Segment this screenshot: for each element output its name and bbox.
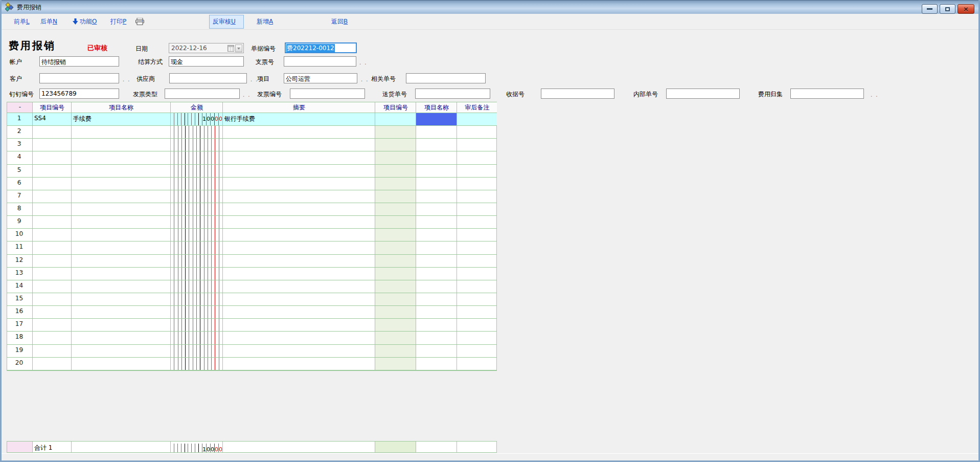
- item-name-cell[interactable]: [72, 229, 171, 241]
- row-number[interactable]: 2: [7, 126, 33, 139]
- row-number[interactable]: 13: [7, 268, 33, 280]
- item-code2-cell[interactable]: [375, 319, 416, 332]
- item-code-cell[interactable]: [33, 229, 72, 241]
- amount-cell[interactable]: [171, 293, 223, 306]
- review-note-cell[interactable]: [457, 293, 497, 306]
- item-code-cell[interactable]: [33, 358, 72, 370]
- item-code-cell[interactable]: [33, 178, 72, 190]
- account-input[interactable]: 待结报销: [39, 56, 119, 67]
- item-name-cell[interactable]: [72, 126, 171, 139]
- row-number[interactable]: 8: [7, 203, 33, 216]
- internal-no-input[interactable]: [666, 89, 740, 99]
- amount-cell[interactable]: [171, 332, 223, 344]
- row-number[interactable]: 6: [7, 178, 33, 190]
- summary-cell[interactable]: [223, 255, 375, 268]
- item-name2-cell[interactable]: [416, 190, 457, 203]
- item-code2-cell[interactable]: [375, 293, 416, 306]
- review-note-cell[interactable]: [457, 229, 497, 241]
- item-code2-cell[interactable]: [375, 165, 416, 178]
- functions-button[interactable]: 功能O: [73, 17, 97, 26]
- amount-cell[interactable]: [171, 241, 223, 254]
- review-note-cell[interactable]: [457, 126, 497, 139]
- review-note-cell[interactable]: [457, 358, 497, 370]
- row-number[interactable]: 5: [7, 165, 33, 178]
- amount-cell[interactable]: [171, 306, 223, 319]
- item-code-cell[interactable]: [33, 151, 72, 164]
- item-name2-cell[interactable]: [416, 126, 457, 139]
- amount-cell[interactable]: [171, 358, 223, 370]
- item-code-cell[interactable]: [33, 268, 72, 280]
- item-name-cell[interactable]: 手续费: [72, 113, 171, 126]
- row-number[interactable]: 20: [7, 358, 33, 370]
- amount-cell[interactable]: [171, 319, 223, 332]
- row-number[interactable]: 3: [7, 139, 33, 151]
- summary-cell[interactable]: [223, 332, 375, 344]
- item-code-cell[interactable]: [33, 255, 72, 268]
- item-name-cell[interactable]: [72, 190, 171, 203]
- summary-cell[interactable]: [223, 268, 375, 280]
- item-name2-cell[interactable]: [416, 165, 457, 178]
- item-name-cell[interactable]: [72, 203, 171, 216]
- item-name2-cell[interactable]: [416, 319, 457, 332]
- item-name-cell[interactable]: [72, 165, 171, 178]
- item-code-cell[interactable]: [33, 293, 72, 306]
- item-code-cell[interactable]: [33, 139, 72, 151]
- item-name2-cell[interactable]: [416, 151, 457, 164]
- return-button[interactable]: 返回B: [331, 17, 348, 26]
- row-number[interactable]: 18: [7, 332, 33, 344]
- item-code2-cell[interactable]: [375, 229, 416, 241]
- item-code-cell[interactable]: [33, 306, 72, 319]
- unaudit-button[interactable]: 反审核U: [213, 17, 236, 26]
- row-number[interactable]: 9: [7, 216, 33, 229]
- summary-cell[interactable]: [223, 306, 375, 319]
- row-number[interactable]: 4: [7, 151, 33, 164]
- item-name2-cell[interactable]: [416, 113, 457, 126]
- item-code2-cell[interactable]: [375, 113, 416, 126]
- item-code2-cell[interactable]: [375, 280, 416, 293]
- summary-cell[interactable]: 银行手续费: [223, 113, 375, 126]
- amount-cell[interactable]: [171, 345, 223, 358]
- dingding-input[interactable]: 123456789: [39, 89, 119, 99]
- item-code2-cell[interactable]: [375, 203, 416, 216]
- invoice-no-input[interactable]: [290, 89, 365, 99]
- review-note-cell[interactable]: [457, 319, 497, 332]
- review-note-cell[interactable]: [457, 306, 497, 319]
- amount-cell[interactable]: [171, 151, 223, 164]
- review-note-cell[interactable]: [457, 255, 497, 268]
- item-name-cell[interactable]: [72, 280, 171, 293]
- summary-cell[interactable]: [223, 280, 375, 293]
- item-code2-cell[interactable]: [375, 126, 416, 139]
- summary-cell[interactable]: [223, 151, 375, 164]
- item-name2-cell[interactable]: [416, 268, 457, 280]
- item-name-cell[interactable]: [72, 345, 171, 358]
- item-code-cell[interactable]: [33, 216, 72, 229]
- item-code2-cell[interactable]: [375, 139, 416, 151]
- review-note-cell[interactable]: [457, 241, 497, 254]
- prev-doc-button[interactable]: 前单L: [14, 17, 30, 26]
- close-button[interactable]: ×: [958, 4, 974, 14]
- item-code2-cell[interactable]: [375, 216, 416, 229]
- item-name2-cell[interactable]: [416, 306, 457, 319]
- check-no-input[interactable]: [284, 56, 356, 67]
- customer-input[interactable]: [39, 73, 119, 83]
- item-name2-cell[interactable]: [416, 178, 457, 190]
- minimize-button[interactable]: [922, 4, 938, 14]
- printer-icon[interactable]: [135, 18, 144, 27]
- summary-cell[interactable]: [223, 345, 375, 358]
- item-name2-cell[interactable]: [416, 280, 457, 293]
- review-note-cell[interactable]: [457, 216, 497, 229]
- item-name-cell[interactable]: [72, 268, 171, 280]
- item-name2-cell[interactable]: [416, 332, 457, 344]
- receipt-no-input[interactable]: [541, 89, 614, 99]
- item-code2-cell[interactable]: [375, 332, 416, 344]
- amount-cell[interactable]: [171, 126, 223, 139]
- item-name-cell[interactable]: [72, 293, 171, 306]
- item-name-cell[interactable]: [72, 241, 171, 254]
- item-code-cell[interactable]: [33, 280, 72, 293]
- summary-cell[interactable]: [223, 229, 375, 241]
- summary-cell[interactable]: [223, 216, 375, 229]
- review-note-cell[interactable]: [457, 113, 497, 126]
- delivery-no-input[interactable]: [415, 89, 490, 99]
- project-input[interactable]: 公司运营: [284, 73, 357, 83]
- amount-cell[interactable]: [171, 268, 223, 280]
